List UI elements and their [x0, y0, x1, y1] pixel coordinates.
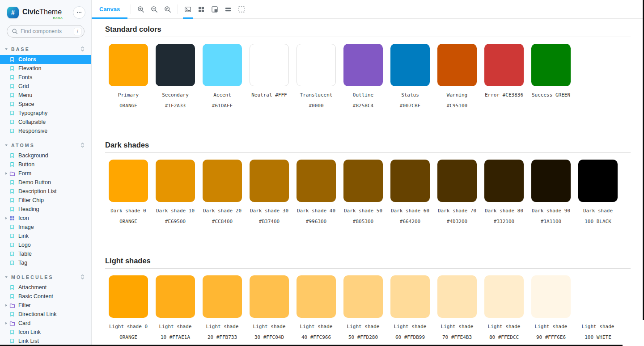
- sidebar-item-icon[interactable]: Icon: [0, 214, 91, 223]
- sidebar-item-heading[interactable]: Heading: [0, 205, 91, 214]
- sidebar-item-label: Typography: [18, 110, 47, 116]
- toolbar-measure-button[interactable]: [221, 0, 235, 18]
- color-swatch: [297, 275, 336, 318]
- expand-all-icon[interactable]: [80, 46, 85, 52]
- bookmark-icon: [9, 260, 17, 266]
- section-collapse-icon[interactable]: [4, 275, 9, 279]
- sidebar-item-button[interactable]: Button: [0, 160, 91, 169]
- expand-caret-icon[interactable]: [4, 304, 9, 307]
- sidebar-item-fonts[interactable]: Fonts: [0, 73, 91, 82]
- swatch-cell: Translucent #0000: [297, 44, 336, 111]
- folder-icon: [9, 171, 17, 177]
- swatch-label: Dark shade 20 #CC8400: [202, 206, 242, 227]
- sidebar-menu-button[interactable]: [73, 6, 85, 19]
- sidebar-item-filter-chip[interactable]: Filter Chip: [0, 196, 91, 205]
- expand-all-icon[interactable]: [80, 142, 85, 148]
- section-collapse-icon[interactable]: [4, 143, 9, 147]
- bookmark-icon: [9, 233, 17, 239]
- toolbar-zoom-in-button[interactable]: [134, 0, 148, 18]
- swatch-cell: Dark shade 30 #B37400: [250, 160, 289, 227]
- sidebar-item-colors[interactable]: Colors: [0, 55, 91, 64]
- swatch-label: Accent #61DAFF: [202, 90, 242, 111]
- bookmark-icon: [9, 189, 17, 194]
- bookmark-icon: [9, 128, 17, 134]
- swatch-cell: Light shade 80 #FFEDCC: [484, 275, 524, 343]
- section-collapse-icon[interactable]: [4, 47, 9, 51]
- sidebar-item-background[interactable]: Background: [0, 151, 91, 160]
- brand[interactable]: # CivicThemeDemo: [7, 7, 62, 18]
- sidebar-item-image[interactable]: Image: [0, 223, 91, 232]
- sidebar-item-tag[interactable]: Tag: [0, 258, 91, 267]
- color-swatch: [578, 275, 618, 318]
- sidebar-item-table[interactable]: Table: [0, 249, 91, 258]
- sidebar-item-icon-link[interactable]: Icon Link: [0, 328, 91, 337]
- bookmark-icon: [9, 57, 17, 62]
- toolbar-outline-button[interactable]: [235, 0, 248, 18]
- zoom-out-icon: [151, 6, 158, 13]
- color-swatch: [343, 44, 383, 86]
- sidebar-item-form[interactable]: Form: [0, 169, 91, 178]
- sidebar-item-filter[interactable]: Filter: [0, 301, 91, 310]
- swatch-label: Light shade 80 #FFEDCC: [484, 321, 524, 343]
- bookmark-icon: [9, 180, 17, 185]
- sidebar-section-header-molecules[interactable]: MOLECULES: [0, 267, 91, 283]
- sidebar-section-header-atoms[interactable]: ATOMS: [0, 135, 91, 151]
- sidebar-item-label: Description List: [18, 188, 56, 194]
- sidebar-item-menu[interactable]: Menu: [0, 91, 91, 100]
- search-box[interactable]: /: [7, 25, 85, 38]
- bookmark-icon: [9, 329, 17, 335]
- swatch-cell: Warning #C95100: [437, 44, 477, 111]
- sidebar-item-demo-button[interactable]: Demo Button: [0, 178, 91, 187]
- toolbar-backgrounds-button[interactable]: [181, 0, 195, 18]
- expand-caret-icon[interactable]: [4, 172, 9, 175]
- civictheme-logo-icon: #: [7, 7, 19, 18]
- sidebar-item-collapsible[interactable]: Collapsible: [0, 118, 91, 127]
- sidebar-item-link-list[interactable]: Link List: [0, 337, 91, 346]
- sidebar-item-typography[interactable]: Typography: [0, 109, 91, 118]
- sidebar-item-elevation[interactable]: Elevation: [0, 64, 91, 73]
- color-swatch: [297, 44, 336, 86]
- viewport-icon: [211, 6, 218, 13]
- sidebar-item-attachment[interactable]: Attachment: [0, 283, 91, 292]
- toolbar-viewport-button[interactable]: [208, 0, 221, 18]
- section-label: ATOMS: [9, 143, 80, 148]
- toolbar-zoom-reset-button[interactable]: [161, 0, 174, 18]
- tab-canvas[interactable]: Canvas: [92, 0, 127, 18]
- color-swatch: [109, 44, 148, 86]
- sidebar-item-basic-content[interactable]: Basic Content: [0, 292, 91, 301]
- bookmark-icon: [9, 312, 17, 317]
- toolbar-zoom-out-button[interactable]: [148, 0, 161, 18]
- swatch-label: Dark shade 0 ORANGE: [108, 206, 148, 227]
- logo-glyph: #: [11, 9, 15, 16]
- bookmark-icon: [9, 101, 17, 107]
- swatch-row: Light shade 0 ORANGELight shade 10 #FFAE…: [105, 275, 631, 343]
- sidebar-item-directional-link[interactable]: Directional Link: [0, 310, 91, 319]
- expand-caret-icon[interactable]: [4, 216, 9, 220]
- sidebar-item-space[interactable]: Space: [0, 100, 91, 109]
- search-input[interactable]: [18, 28, 74, 34]
- swatch-cell: Dark shade 40 #996300: [297, 160, 336, 227]
- section-title-rule: Dark shades: [105, 141, 631, 153]
- sidebar-item-responsive[interactable]: Responsive: [0, 127, 91, 135]
- swatch-label: Light shade 10 #FFAE1A: [155, 321, 195, 343]
- sidebar-section-header-base[interactable]: BASE: [0, 39, 91, 55]
- toolbar-grid-button[interactable]: [195, 0, 208, 18]
- sidebar-item-description-list[interactable]: Description List: [0, 187, 91, 196]
- swatch-cell: Light shade 0 ORANGE: [109, 275, 148, 343]
- toolbar: Canvas: [92, 0, 644, 19]
- sidebar-item-logo[interactable]: Logo: [0, 241, 91, 249]
- sidebar-item-grid[interactable]: Grid: [0, 82, 91, 91]
- sidebar-item-label: Link: [18, 233, 29, 239]
- expand-caret-icon[interactable]: [4, 321, 9, 325]
- expand-all-icon[interactable]: [80, 274, 85, 280]
- toolbar-divider: [131, 4, 131, 14]
- sidebar-item-link[interactable]: Link: [0, 232, 91, 241]
- swatch-cell: Dark shade 90 #1A1100: [531, 160, 571, 227]
- color-swatch: [343, 160, 383, 202]
- sidebar-item-card[interactable]: Card: [0, 319, 91, 328]
- main-area: Canvas Standard colorsPrimary ORANGESeco…: [92, 0, 644, 346]
- color-swatch: [437, 44, 477, 86]
- swatch-label: Light shade 30 #FFC04D: [249, 321, 289, 343]
- bookmark-icon: [9, 338, 17, 344]
- bookmark-icon: [9, 242, 17, 248]
